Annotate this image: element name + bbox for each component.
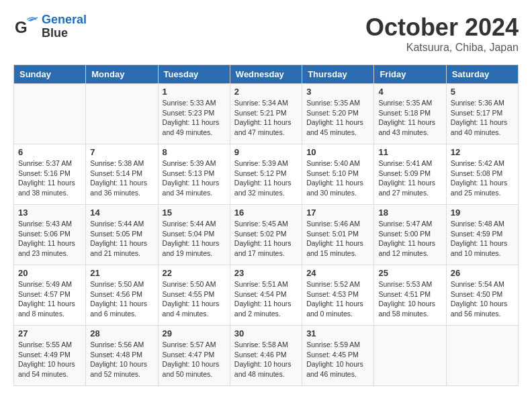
calendar-cell bbox=[446, 326, 518, 386]
cell-content: Sunrise: 5:59 AM Sunset: 4:45 PM Dayligh… bbox=[306, 340, 369, 379]
calendar-cell: 5Sunrise: 5:36 AM Sunset: 5:17 PM Daylig… bbox=[446, 84, 518, 144]
col-header-sunday: Sunday bbox=[14, 65, 86, 84]
cell-content: Sunrise: 5:48 AM Sunset: 4:59 PM Dayligh… bbox=[451, 219, 514, 259]
col-header-saturday: Saturday bbox=[446, 65, 518, 84]
calendar-cell: 6Sunrise: 5:37 AM Sunset: 5:16 PM Daylig… bbox=[14, 144, 86, 205]
cell-content: Sunrise: 5:52 AM Sunset: 4:53 PM Dayligh… bbox=[306, 279, 369, 319]
calendar-cell: 1Sunrise: 5:33 AM Sunset: 5:23 PM Daylig… bbox=[158, 84, 230, 144]
day-number: 28 bbox=[90, 328, 153, 338]
cell-content: Sunrise: 5:37 AM Sunset: 5:16 PM Dayligh… bbox=[18, 158, 81, 198]
day-number: 26 bbox=[451, 268, 514, 278]
day-number: 29 bbox=[163, 328, 226, 338]
calendar-cell: 12Sunrise: 5:42 AM Sunset: 5:08 PM Dayli… bbox=[446, 144, 518, 205]
col-header-wednesday: Wednesday bbox=[230, 65, 302, 84]
cell-content: Sunrise: 5:58 AM Sunset: 4:46 PM Dayligh… bbox=[234, 340, 298, 379]
day-number: 21 bbox=[90, 268, 153, 278]
day-number: 19 bbox=[451, 208, 514, 218]
cell-content: Sunrise: 5:49 AM Sunset: 4:57 PM Dayligh… bbox=[18, 279, 81, 319]
cell-content: Sunrise: 5:50 AM Sunset: 4:56 PM Dayligh… bbox=[90, 279, 153, 319]
page-header: G General Blue October 2024 Katsuura, Ch… bbox=[13, 13, 519, 54]
day-number: 14 bbox=[90, 208, 153, 218]
calendar-cell: 28Sunrise: 5:56 AM Sunset: 4:48 PM Dayli… bbox=[86, 326, 158, 386]
calendar-cell: 26Sunrise: 5:54 AM Sunset: 4:50 PM Dayli… bbox=[446, 265, 518, 326]
cell-content: Sunrise: 5:34 AM Sunset: 5:21 PM Dayligh… bbox=[234, 98, 298, 138]
col-header-monday: Monday bbox=[86, 65, 158, 84]
day-number: 18 bbox=[378, 208, 441, 218]
day-number: 17 bbox=[306, 208, 369, 218]
cell-content: Sunrise: 5:45 AM Sunset: 5:02 PM Dayligh… bbox=[234, 219, 298, 259]
day-number: 16 bbox=[234, 208, 298, 218]
week-row-2: 6Sunrise: 5:37 AM Sunset: 5:16 PM Daylig… bbox=[14, 144, 519, 205]
day-number: 23 bbox=[234, 268, 298, 278]
day-number: 6 bbox=[18, 147, 81, 157]
cell-content: Sunrise: 5:35 AM Sunset: 5:18 PM Dayligh… bbox=[378, 98, 441, 138]
calendar-cell: 17Sunrise: 5:46 AM Sunset: 5:01 PM Dayli… bbox=[302, 205, 374, 265]
cell-content: Sunrise: 5:50 AM Sunset: 4:55 PM Dayligh… bbox=[163, 279, 226, 319]
month-title: October 2024 bbox=[365, 13, 519, 42]
calendar-cell: 27Sunrise: 5:55 AM Sunset: 4:49 PM Dayli… bbox=[14, 326, 86, 386]
logo: G General Blue bbox=[13, 13, 87, 40]
calendar-cell: 11Sunrise: 5:41 AM Sunset: 5:09 PM Dayli… bbox=[374, 144, 446, 205]
day-number: 20 bbox=[18, 268, 81, 278]
cell-content: Sunrise: 5:35 AM Sunset: 5:20 PM Dayligh… bbox=[306, 98, 369, 138]
day-number: 8 bbox=[163, 147, 226, 157]
calendar-cell: 8Sunrise: 5:39 AM Sunset: 5:13 PM Daylig… bbox=[158, 144, 230, 205]
svg-text:G: G bbox=[15, 18, 28, 36]
day-number: 9 bbox=[234, 147, 298, 157]
cell-content: Sunrise: 5:36 AM Sunset: 5:17 PM Dayligh… bbox=[451, 98, 514, 138]
calendar-cell: 22Sunrise: 5:50 AM Sunset: 4:55 PM Dayli… bbox=[158, 265, 230, 326]
day-number: 25 bbox=[378, 268, 441, 278]
title-block: October 2024 Katsuura, Chiba, Japan bbox=[365, 13, 519, 54]
day-number: 22 bbox=[163, 268, 226, 278]
week-row-3: 13Sunrise: 5:43 AM Sunset: 5:06 PM Dayli… bbox=[14, 205, 519, 265]
cell-content: Sunrise: 5:47 AM Sunset: 5:00 PM Dayligh… bbox=[378, 219, 441, 259]
calendar-cell: 21Sunrise: 5:50 AM Sunset: 4:56 PM Dayli… bbox=[86, 265, 158, 326]
col-header-thursday: Thursday bbox=[302, 65, 374, 84]
cell-content: Sunrise: 5:42 AM Sunset: 5:08 PM Dayligh… bbox=[451, 158, 514, 198]
day-number: 13 bbox=[18, 208, 81, 218]
day-number: 30 bbox=[234, 328, 298, 338]
day-number: 31 bbox=[306, 328, 369, 338]
calendar-cell: 30Sunrise: 5:58 AM Sunset: 4:46 PM Dayli… bbox=[230, 326, 302, 386]
cell-content: Sunrise: 5:57 AM Sunset: 4:47 PM Dayligh… bbox=[163, 340, 226, 379]
calendar-cell: 3Sunrise: 5:35 AM Sunset: 5:20 PM Daylig… bbox=[302, 84, 374, 144]
calendar-cell: 7Sunrise: 5:38 AM Sunset: 5:14 PM Daylig… bbox=[86, 144, 158, 205]
calendar-cell bbox=[14, 84, 86, 144]
cell-content: Sunrise: 5:41 AM Sunset: 5:09 PM Dayligh… bbox=[378, 158, 441, 198]
day-number: 11 bbox=[378, 147, 441, 157]
day-number: 2 bbox=[234, 87, 298, 97]
week-row-5: 27Sunrise: 5:55 AM Sunset: 4:49 PM Dayli… bbox=[14, 326, 519, 386]
day-number: 12 bbox=[451, 147, 514, 157]
calendar-cell: 2Sunrise: 5:34 AM Sunset: 5:21 PM Daylig… bbox=[230, 84, 302, 144]
calendar-cell: 31Sunrise: 5:59 AM Sunset: 4:45 PM Dayli… bbox=[302, 326, 374, 386]
calendar-table: SundayMondayTuesdayWednesdayThursdayFrid… bbox=[13, 64, 519, 386]
calendar-cell: 19Sunrise: 5:48 AM Sunset: 4:59 PM Dayli… bbox=[446, 205, 518, 265]
calendar-cell: 24Sunrise: 5:52 AM Sunset: 4:53 PM Dayli… bbox=[302, 265, 374, 326]
cell-content: Sunrise: 5:43 AM Sunset: 5:06 PM Dayligh… bbox=[18, 219, 81, 259]
cell-content: Sunrise: 5:46 AM Sunset: 5:01 PM Dayligh… bbox=[306, 219, 369, 259]
col-header-tuesday: Tuesday bbox=[158, 65, 230, 84]
calendar-cell: 14Sunrise: 5:44 AM Sunset: 5:05 PM Dayli… bbox=[86, 205, 158, 265]
header-row: SundayMondayTuesdayWednesdayThursdayFrid… bbox=[14, 65, 519, 84]
cell-content: Sunrise: 5:39 AM Sunset: 5:12 PM Dayligh… bbox=[234, 158, 298, 198]
calendar-cell: 18Sunrise: 5:47 AM Sunset: 5:00 PM Dayli… bbox=[374, 205, 446, 265]
cell-content: Sunrise: 5:33 AM Sunset: 5:23 PM Dayligh… bbox=[163, 98, 226, 138]
calendar-cell: 29Sunrise: 5:57 AM Sunset: 4:47 PM Dayli… bbox=[158, 326, 230, 386]
day-number: 4 bbox=[378, 87, 441, 97]
calendar-cell bbox=[86, 84, 158, 144]
logo-general: General bbox=[42, 13, 87, 26]
cell-content: Sunrise: 5:55 AM Sunset: 4:49 PM Dayligh… bbox=[18, 340, 81, 379]
cell-content: Sunrise: 5:44 AM Sunset: 5:05 PM Dayligh… bbox=[90, 219, 153, 259]
day-number: 5 bbox=[451, 87, 514, 97]
day-number: 10 bbox=[306, 147, 369, 157]
day-number: 27 bbox=[18, 328, 81, 338]
cell-content: Sunrise: 5:54 AM Sunset: 4:50 PM Dayligh… bbox=[451, 279, 514, 319]
calendar-cell: 20Sunrise: 5:49 AM Sunset: 4:57 PM Dayli… bbox=[14, 265, 86, 326]
cell-content: Sunrise: 5:51 AM Sunset: 4:54 PM Dayligh… bbox=[234, 279, 298, 319]
cell-content: Sunrise: 5:44 AM Sunset: 5:04 PM Dayligh… bbox=[163, 219, 226, 259]
calendar-cell bbox=[374, 326, 446, 386]
week-row-1: 1Sunrise: 5:33 AM Sunset: 5:23 PM Daylig… bbox=[14, 84, 519, 144]
calendar-cell: 4Sunrise: 5:35 AM Sunset: 5:18 PM Daylig… bbox=[374, 84, 446, 144]
day-number: 24 bbox=[306, 268, 369, 278]
location: Katsuura, Chiba, Japan bbox=[365, 42, 519, 54]
